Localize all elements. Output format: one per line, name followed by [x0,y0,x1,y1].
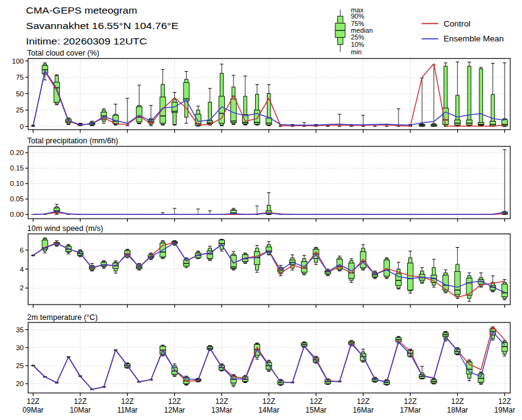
svg-text:12Z: 12Z [168,397,181,406]
svg-text:median: median [351,27,373,34]
svg-text:25: 25 [16,362,24,369]
svg-text:19Mar: 19Mar [494,406,515,414]
svg-text:12Z: 12Z [404,397,417,406]
svg-text:Total cloud cover (%): Total cloud cover (%) [27,49,99,57]
svg-text:10Mar: 10Mar [70,406,91,414]
svg-text:0.20: 0.20 [10,149,23,156]
svg-text:50: 50 [16,90,24,98]
svg-text:75: 75 [16,74,24,81]
svg-text:12Z: 12Z [499,397,511,406]
svg-text:90%: 90% [351,12,364,20]
svg-text:0.15: 0.15 [10,164,23,172]
svg-text:18Mar: 18Mar [447,406,468,414]
svg-text:0.10: 0.10 [10,180,23,187]
svg-text:4: 4 [20,266,24,273]
svg-text:30: 30 [16,344,24,351]
svg-text:15Mar: 15Mar [306,406,327,414]
svg-text:25: 25 [16,106,24,114]
svg-text:10m wind speed (m/s): 10m wind speed (m/s) [27,224,103,233]
svg-text:2m temperature (°C): 2m temperature (°C) [27,313,98,322]
svg-text:16Mar: 16Mar [353,406,374,414]
svg-text:12Z: 12Z [451,397,464,406]
svg-text:13Mar: 13Mar [211,406,232,414]
svg-text:09Mar: 09Mar [23,406,44,414]
svg-text:35: 35 [16,326,24,334]
svg-text:25%: 25% [351,33,364,41]
svg-text:12Z: 12Z [27,397,40,406]
svg-text:Ensemble Mean: Ensemble Mean [444,34,504,43]
svg-text:12Z: 12Z [263,397,276,406]
svg-text:Initime: 20260309 12UTC: Initime: 20260309 12UTC [26,36,147,46]
svg-text:11Mar: 11Mar [117,406,138,414]
svg-text:75%: 75% [351,20,364,27]
svg-text:CMA-GEPS meteogram: CMA-GEPS meteogram [26,5,137,15]
svg-text:14Mar: 14Mar [258,406,279,414]
svg-text:12Z: 12Z [309,397,322,406]
svg-text:10%: 10% [351,41,364,48]
svg-text:min: min [351,48,361,56]
svg-text:Total precipitation (mm/6h): Total precipitation (mm/6h) [27,136,118,145]
svg-text:12Z: 12Z [216,397,229,406]
svg-text:Control: Control [444,19,471,28]
svg-text:0.05: 0.05 [10,195,23,203]
svg-text:0.00: 0.00 [10,211,23,218]
svg-text:12Mar: 12Mar [164,406,185,414]
svg-text:12Z: 12Z [121,397,134,406]
svg-text:0: 0 [20,123,23,130]
svg-text:Savannakhet 16.55°N 104.76°E: Savannakhet 16.55°N 104.76°E [26,20,179,31]
svg-text:100: 100 [12,57,23,65]
svg-text:12Z: 12Z [357,397,370,406]
svg-text:12Z: 12Z [74,397,87,406]
svg-text:6: 6 [20,246,23,254]
svg-text:20: 20 [16,380,24,387]
svg-text:17Mar: 17Mar [400,406,421,414]
svg-text:2: 2 [20,284,23,292]
